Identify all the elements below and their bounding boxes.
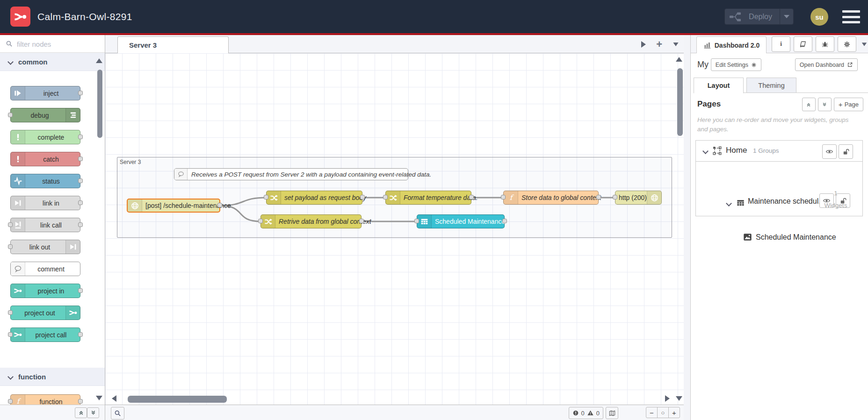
sidebar-help-icon-button[interactable] xyxy=(794,36,812,52)
input-port[interactable] xyxy=(8,113,13,117)
flow-node-set-payload-as-request-body[interactable]: set payload as request body xyxy=(266,191,362,205)
chevron-down-icon[interactable] xyxy=(726,200,732,206)
palette-filter-input[interactable] xyxy=(16,37,97,51)
deploy-button[interactable]: Deploy xyxy=(724,8,794,25)
tab-layout[interactable]: Layout xyxy=(694,78,744,93)
add-page-button[interactable]: + Page xyxy=(834,98,863,111)
palette-collapse-all-button[interactable] xyxy=(75,407,87,418)
output-port[interactable] xyxy=(596,195,601,199)
palette-node-complete[interactable]: complete xyxy=(10,130,80,144)
zoom-controls: − ○ + xyxy=(646,407,680,418)
palette-node-link-in[interactable]: link in xyxy=(10,196,80,210)
pages-description: Here you can re-order and move your widg… xyxy=(697,115,859,134)
user-avatar[interactable]: su xyxy=(810,8,828,26)
output-port[interactable] xyxy=(78,332,83,337)
output-port[interactable] xyxy=(78,200,83,205)
sidebar-debug-icon-button[interactable] xyxy=(816,36,834,52)
palette-node-project-call[interactable]: project call xyxy=(10,327,80,342)
page-unlock-icon-button[interactable] xyxy=(839,144,853,159)
output-port[interactable] xyxy=(78,91,83,95)
output-port[interactable] xyxy=(78,288,83,293)
input-port[interactable] xyxy=(8,332,13,337)
flow-node-http-200[interactable]: http (200) xyxy=(615,191,662,205)
change-shuffle-icon xyxy=(261,215,275,228)
output-port[interactable] xyxy=(217,203,222,207)
flow-node-comment[interactable]: Receives a POST request from Server 2 wi… xyxy=(174,168,408,180)
edit-settings-button[interactable]: Edit Settings xyxy=(711,58,761,71)
palette-category-function[interactable]: function xyxy=(0,368,105,386)
flow-node-format-temperature-data[interactable]: Format temperature data. xyxy=(385,191,471,205)
link-call-icon xyxy=(11,218,25,232)
flow-canvas[interactable]: Server 3 Receives a POST request from Se… xyxy=(105,53,684,405)
input-port[interactable] xyxy=(613,195,617,199)
tree-group-label[interactable]: Maintenance schedul... xyxy=(748,197,825,206)
tab-theming[interactable]: Theming xyxy=(746,78,796,93)
tree-widget-label[interactable]: Scheduled Maintenance xyxy=(756,233,836,242)
palette-node-status[interactable]: status xyxy=(10,174,80,188)
output-port[interactable] xyxy=(502,219,507,223)
sidebar-tabs-caret[interactable] xyxy=(862,43,867,46)
input-port[interactable] xyxy=(8,244,13,249)
tab-scroll-right-icon[interactable] xyxy=(641,41,646,48)
output-port[interactable] xyxy=(359,219,364,223)
zoom-reset-button[interactable]: ○ xyxy=(657,407,668,418)
output-port[interactable] xyxy=(469,195,474,199)
input-port[interactable] xyxy=(8,399,13,404)
tab-dashboard-2[interactable]: Dashboard 2.0 xyxy=(696,36,767,53)
add-flow-button[interactable]: + xyxy=(656,39,662,50)
sidebar-config-icon-button[interactable] xyxy=(838,36,856,52)
input-port[interactable] xyxy=(264,195,268,199)
sidebar-splitter[interactable] xyxy=(684,35,691,420)
flow-node-retrive-data-from-global-context[interactable]: Retrive data from global context xyxy=(260,214,362,228)
palette-node-comment[interactable]: comment xyxy=(10,262,80,276)
move-page-down-button[interactable] xyxy=(818,98,832,111)
palette-node-catch[interactable]: catch xyxy=(10,152,80,166)
flow-list-caret[interactable] xyxy=(673,43,678,46)
input-port[interactable] xyxy=(8,310,13,315)
output-port[interactable] xyxy=(78,399,83,404)
navigator-map-button[interactable] xyxy=(606,407,618,419)
canvas-search-button[interactable] xyxy=(111,407,124,420)
palette-node-project-in[interactable]: project in xyxy=(10,284,80,298)
node-label: Scheduled Maintenance xyxy=(435,215,501,228)
palette-node-debug[interactable]: debug xyxy=(10,108,80,122)
open-dashboard-button[interactable]: Open Dashboard xyxy=(795,58,858,71)
palette-node-project-out[interactable]: project out xyxy=(10,306,80,320)
output-port[interactable] xyxy=(78,222,83,227)
group-visibility-eye-icon-button[interactable] xyxy=(819,193,834,208)
flow-node-store-data-to-global-context[interactable]: fStore data to global context xyxy=(503,191,599,205)
output-port[interactable] xyxy=(360,195,365,199)
input-port[interactable] xyxy=(258,219,263,223)
deploy-options-caret[interactable] xyxy=(780,15,793,18)
page-visibility-eye-icon-button[interactable] xyxy=(822,144,837,159)
input-port[interactable] xyxy=(8,222,13,227)
palette-node-link-out[interactable]: link out xyxy=(10,240,80,254)
tree-row-home-page[interactable]: Home 1 Groups xyxy=(696,141,862,162)
chevron-down-icon xyxy=(7,374,14,380)
palette-node-link-call[interactable]: link call xyxy=(10,218,80,232)
input-port[interactable] xyxy=(501,195,506,199)
comment-text: Receives a POST request from Server 2 wi… xyxy=(191,169,431,180)
input-port[interactable] xyxy=(383,195,388,199)
chevron-down-icon[interactable] xyxy=(702,148,709,154)
flow-status-counts[interactable]: 0 0 xyxy=(569,407,603,419)
palette-expand-all-button[interactable] xyxy=(87,407,99,418)
zoom-out-button[interactable]: − xyxy=(646,407,657,418)
flow-node-post-schedule-maintenance[interactable]: [post] /schedule-maintenance xyxy=(127,199,220,213)
output-port[interactable] xyxy=(78,157,83,161)
flow-tab-server3[interactable]: Server 3 xyxy=(117,36,229,53)
output-port[interactable] xyxy=(78,135,83,139)
sidebar-info-icon-button[interactable]: i xyxy=(772,36,790,52)
palette-node-inject[interactable]: inject xyxy=(10,86,80,100)
exclamation-icon xyxy=(11,152,25,166)
group-unlock-icon-button[interactable] xyxy=(836,193,850,208)
palette-search xyxy=(0,35,105,53)
flow-node-scheduled-maintenance[interactable]: Scheduled Maintenance xyxy=(417,214,505,228)
zoom-in-button[interactable]: + xyxy=(668,407,680,418)
sidebar-body: My Dashboard Edit Settings Open Dashboar… xyxy=(691,53,868,420)
move-page-up-button[interactable] xyxy=(802,98,816,111)
input-port[interactable] xyxy=(414,219,419,223)
main-menu-button[interactable] xyxy=(842,10,860,23)
palette-category-common[interactable]: common xyxy=(0,53,105,71)
output-port[interactable] xyxy=(78,178,83,183)
